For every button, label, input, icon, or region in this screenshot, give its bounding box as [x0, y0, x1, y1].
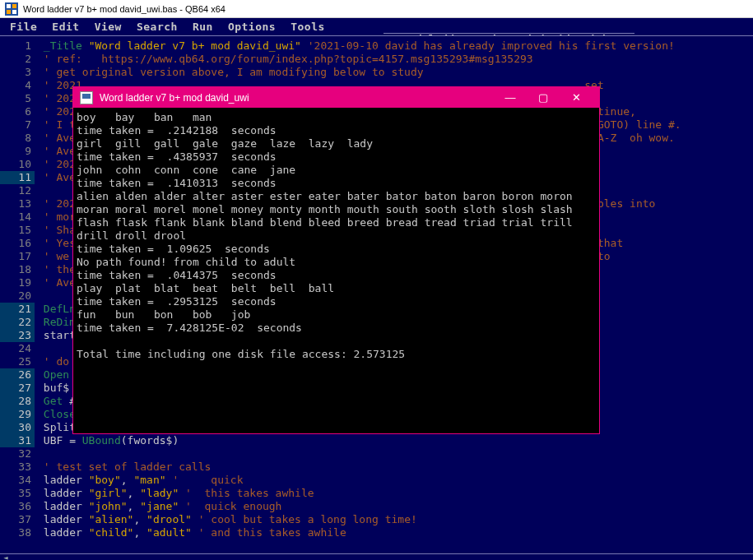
code-line[interactable]: 31 UBF = UBound(fwords$) [0, 434, 753, 447]
console-output: boy bay ban man time taken = .2142188 se… [73, 108, 599, 364]
menu-edit[interactable]: Edit [52, 21, 79, 33]
line-number: 25 [0, 355, 35, 368]
menu-options[interactable]: Options [228, 21, 276, 33]
code-token: "child" [89, 526, 134, 539]
code-token [192, 513, 198, 526]
code-line[interactable]: 3 ' get original version above, I am mod… [0, 66, 753, 79]
code-token: ' the [44, 263, 76, 276]
code-token: "man" [133, 474, 165, 487]
line-number: 24 [0, 342, 35, 355]
code-line[interactable]: 33 ' test set of ladder calls [0, 460, 753, 474]
code-line[interactable]: 32 [0, 447, 753, 460]
code-token: _Title [44, 39, 82, 53]
menu-tools[interactable]: Tools [291, 21, 325, 33]
code-token: UBound [82, 434, 121, 447]
code-token: ' Ave [44, 171, 76, 184]
code-token: ' Sha [44, 224, 76, 237]
console-titlebar[interactable]: Word ladder v7 b+ mod david_uwi — ▢ ✕ [73, 87, 599, 108]
line-number: 36 [0, 500, 35, 513]
menu-run[interactable]: Run [193, 21, 213, 33]
svg-rect-3 [7, 10, 11, 14]
code-line[interactable]: 2 ' ref: https://www.qb64.org/forum/inde… [0, 53, 753, 66]
code-token: ' quick [172, 474, 243, 487]
line-number: 2 [0, 53, 35, 66]
line-number: 10 [0, 158, 35, 171]
code-token: , [121, 474, 134, 487]
code-token: "Word ladder v7 b+ mod david_uwi" [89, 39, 301, 53]
code-token: ladder [44, 474, 89, 487]
scroll-left-icon[interactable]: ◄ [0, 554, 12, 561]
line-number: 8 [0, 132, 35, 145]
menu-file[interactable]: File [10, 21, 37, 33]
code-line[interactable]: 38 ladder "child", "adult" ' and this ta… [0, 526, 753, 539]
line-number: 35 [0, 487, 35, 500]
code-token [82, 39, 89, 53]
line-number: 15 [0, 224, 35, 237]
app-titlebar: Word ladder v7 b+ mod david_uwi.bas - QB… [0, 0, 753, 18]
line-number: 11 [0, 171, 35, 184]
line-number: 16 [0, 237, 35, 250]
code-token [179, 487, 185, 500]
window-title: Word ladder v7 b+ mod david_uwi.bas - QB… [23, 4, 225, 14]
minimize-button[interactable]: — [494, 87, 527, 108]
code-token: '2021-09-10 david has already improved h… [308, 39, 675, 53]
code-token: ' and this takes awhile [198, 526, 346, 539]
line-number: 19 [0, 276, 35, 289]
line-number: 14 [0, 211, 35, 224]
app-icon [5, 2, 18, 16]
console-title-text: Word ladder v7 b+ mod david_uwi [100, 92, 249, 104]
svg-rect-1 [7, 4, 11, 8]
code-token [166, 474, 173, 487]
line-number: 12 [0, 184, 35, 197]
code-token [179, 500, 185, 513]
code-token [192, 526, 198, 539]
bottom-scrollbar[interactable]: ◄ [0, 553, 753, 560]
code-token: , [128, 500, 141, 513]
code-token: (fwords$) [121, 434, 179, 447]
code-token: ' do [44, 355, 76, 368]
code-token: ladder [44, 513, 89, 526]
line-number: 22 [0, 316, 35, 329]
code-line[interactable]: 1 _Title "Word ladder v7 b+ mod david_uw… [0, 39, 753, 53]
line-number: 3 [0, 66, 35, 79]
code-token: "adult" [146, 526, 192, 539]
code-line[interactable]: 37 ladder "alien", "drool" ' cool but ta… [0, 513, 753, 526]
code-token: Close [44, 408, 76, 421]
code-token: "lady" [140, 487, 179, 500]
menu-search[interactable]: Search [137, 21, 178, 33]
line-number: 7 [0, 118, 35, 132]
code-token: "alien" [89, 513, 134, 526]
line-number: 34 [0, 474, 35, 487]
menu-view[interactable]: View [95, 21, 122, 33]
code-line[interactable]: 36 ladder "john", "jane" ' quick enough [0, 500, 753, 513]
code-token: , [128, 487, 141, 500]
code-token: ' cool but takes a long long time! [198, 513, 417, 526]
code-token: , [133, 526, 146, 539]
code-token: ' Ave [44, 145, 76, 158]
close-button[interactable]: ✕ [560, 87, 593, 108]
maximize-button[interactable]: ▢ [527, 87, 560, 108]
line-number: 1 [0, 39, 35, 53]
line-number: 27 [0, 382, 35, 395]
line-number: 4 [0, 79, 35, 92]
menu-bar: File Edit View Search Run Options Tools [0, 18, 753, 35]
line-number: 31 [0, 434, 35, 447]
code-line[interactable]: 35 ladder "girl", "lady" ' this takes aw… [0, 487, 753, 500]
code-token: "jane" [140, 500, 179, 513]
code-token: ' quick enough [185, 500, 281, 513]
code-token: "girl" [89, 487, 128, 500]
line-number: 13 [0, 197, 35, 211]
line-number: 30 [0, 421, 35, 434]
code-token: UBF = [44, 434, 82, 447]
line-number: 28 [0, 395, 35, 408]
code-line[interactable]: 34 ladder "boy", "man" ' quick [0, 474, 753, 487]
code-token: Open [44, 368, 76, 382]
code-token [301, 39, 308, 53]
line-number: 9 [0, 145, 35, 158]
code-token: ReDim [44, 316, 76, 329]
line-number: 32 [0, 447, 35, 460]
line-number: 33 [0, 460, 35, 474]
line-number: 18 [0, 263, 35, 276]
line-number: 38 [0, 526, 35, 539]
code-token: "drool" [146, 513, 192, 526]
